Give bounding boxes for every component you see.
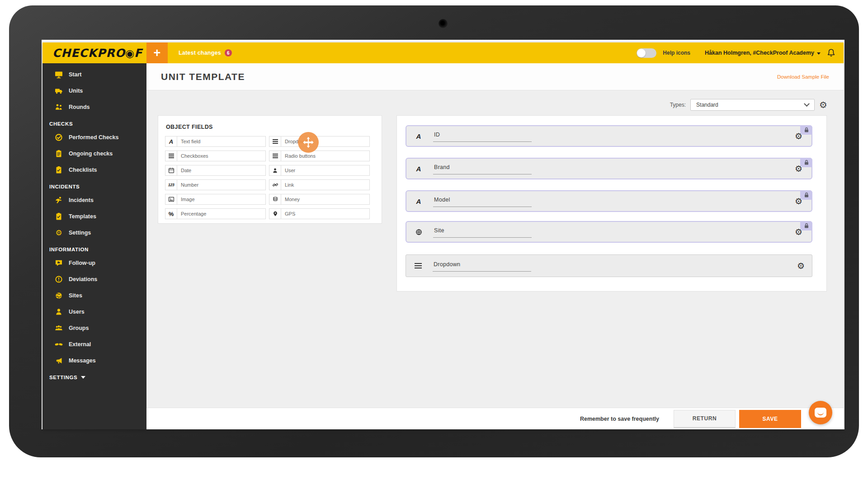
- field-row-model[interactable]: A Model ⚙: [406, 190, 812, 212]
- globe-icon: [54, 292, 64, 300]
- sidebar-item-deviations[interactable]: Deviations: [42, 271, 146, 287]
- field-gear-icon[interactable]: ⚙: [797, 261, 805, 271]
- sidebar-item-follow-up[interactable]: Follow-up: [42, 255, 146, 271]
- field-gear-icon[interactable]: ⚙: [795, 227, 802, 237]
- download-sample-file-link[interactable]: Download Sample File: [777, 74, 829, 80]
- types-gear-icon[interactable]: ⚙: [819, 100, 827, 109]
- chevron-down-icon: [804, 101, 810, 107]
- monitor-screen: CHECKPRO◉F + Latest changes 6 Help icons…: [42, 40, 844, 429]
- save-button[interactable]: SAVE: [739, 410, 801, 428]
- field-gear-icon[interactable]: ⚙: [795, 131, 802, 141]
- field-gear-icon[interactable]: ⚙: [795, 164, 802, 174]
- sidebar-section-checks: CHECKS: [42, 115, 146, 129]
- field-label: ID: [434, 132, 440, 138]
- unit-template-panel: A ID ⚙ A Brand ⚙: [396, 115, 827, 292]
- link-icon: [269, 180, 281, 190]
- calendar-icon: [165, 165, 177, 175]
- types-select[interactable]: Standard: [690, 99, 815, 111]
- object-field-link[interactable]: Link: [269, 179, 370, 190]
- exclamation-circle-icon: [54, 275, 64, 283]
- object-field-dropdown[interactable]: Dropdown: [269, 136, 370, 147]
- plus-icon: +: [154, 46, 161, 60]
- object-field-date[interactable]: Date: [165, 165, 266, 176]
- logo-gear-o-icon: ◉: [125, 47, 134, 59]
- clipboard-check-icon: [54, 212, 64, 221]
- object-field-gps[interactable]: GPS: [269, 208, 370, 219]
- sidebar-item-groups[interactable]: Groups: [42, 320, 146, 336]
- object-fields-title: OBJECT FIELDS: [158, 116, 382, 130]
- gps-pin-icon: [269, 209, 281, 219]
- user-menu[interactable]: Håkan Holmgren, #CheckProof Academy: [705, 50, 821, 56]
- text-icon: A: [165, 136, 177, 146]
- types-label: Types:: [670, 102, 686, 108]
- sidebar-item-start[interactable]: Start: [42, 66, 146, 83]
- sidebar-item-users[interactable]: Users: [42, 304, 146, 320]
- add-button[interactable]: +: [146, 42, 168, 63]
- clipboard-icon: [54, 150, 64, 158]
- types-select-value: Standard: [696, 102, 718, 108]
- sidebar-item-units[interactable]: Units: [42, 83, 146, 99]
- text-icon: A: [414, 132, 424, 140]
- footer-bar: Remember to save frequently RETURN SAVE: [146, 408, 844, 429]
- page-header: UNIT TEMPLATE Download Sample File: [146, 63, 844, 90]
- return-button[interactable]: RETURN: [674, 410, 736, 428]
- logo-block[interactable]: CHECKPRO◉F: [42, 42, 146, 63]
- chat-bubble-icon: [815, 408, 826, 418]
- object-field-text-field[interactable]: A Text field: [165, 136, 266, 147]
- text-icon: A: [414, 165, 424, 173]
- field-row-brand[interactable]: A Brand ⚙: [406, 158, 812, 179]
- globe-icon: [414, 229, 424, 235]
- checkproof-logo: CHECKPRO◉F: [52, 47, 142, 60]
- object-fields-grid: A Text field Dropdown Checkboxes: [165, 136, 376, 219]
- monitor-frame: CHECKPRO◉F + Latest changes 6 Help icons…: [9, 5, 859, 457]
- sidebar-item-sites[interactable]: Sites: [42, 287, 146, 304]
- object-field-money[interactable]: Money: [269, 194, 370, 205]
- field-label: Site: [434, 227, 444, 234]
- latest-changes[interactable]: Latest changes 6: [179, 42, 232, 63]
- clipboard-check-icon: [54, 166, 64, 174]
- field-row-id[interactable]: A ID ⚙: [406, 125, 812, 147]
- latest-changes-label: Latest changes: [179, 50, 221, 56]
- field-gear-icon[interactable]: ⚙: [795, 196, 802, 207]
- chat-thumb-icon: [54, 259, 64, 267]
- help-icons-toggle[interactable]: [637, 48, 656, 58]
- number-123-icon: 123: [165, 180, 177, 190]
- percent-icon: %: [165, 209, 177, 219]
- image-icon: [165, 194, 177, 204]
- money-coins-icon: [269, 194, 281, 204]
- bars-icon: [269, 136, 281, 146]
- sidebar: Start Units Rounds CHECKS Performed Chec…: [42, 63, 146, 429]
- object-field-radio-buttons[interactable]: Radio buttons: [269, 150, 370, 161]
- group-icon: [54, 324, 64, 332]
- text-icon: A: [414, 197, 424, 205]
- page-title: UNIT TEMPLATE: [161, 71, 245, 82]
- sidebar-item-performed-checks[interactable]: Performed Checks: [42, 129, 146, 146]
- object-field-number[interactable]: 123 Number: [165, 179, 266, 190]
- main-content: UNIT TEMPLATE Download Sample File Types…: [146, 63, 844, 429]
- bars-icon: [165, 151, 177, 161]
- drag-move-cursor[interactable]: [298, 132, 319, 153]
- sidebar-item-templates[interactable]: Templates: [42, 208, 146, 225]
- sidebar-item-messages[interactable]: Messages: [42, 353, 146, 369]
- sidebar-item-ongoing-checks[interactable]: Ongoing checks: [42, 146, 146, 162]
- latest-changes-badge: 6: [225, 49, 232, 56]
- object-field-percentage[interactable]: % Percentage: [165, 208, 266, 219]
- sidebar-item-rounds[interactable]: Rounds: [42, 99, 146, 115]
- object-field-user[interactable]: User: [269, 165, 370, 176]
- top-bar: CHECKPRO◉F + Latest changes 6 Help icons…: [42, 42, 844, 63]
- save-reminder-text: Remember to save frequently: [580, 416, 659, 422]
- sidebar-item-incidents[interactable]: Incidents: [42, 192, 146, 208]
- sidebar-item-external[interactable]: External: [42, 336, 146, 353]
- notification-bell-icon[interactable]: [827, 48, 835, 57]
- object-field-image[interactable]: Image: [165, 194, 266, 205]
- field-row-site[interactable]: Site ⚙: [406, 221, 812, 243]
- field-label: Model: [434, 197, 450, 203]
- sidebar-item-checklists[interactable]: Checklists: [42, 162, 146, 178]
- object-field-checkboxes[interactable]: Checkboxes: [165, 150, 266, 161]
- field-row-dropdown[interactable]: Dropdown ⚙: [406, 254, 812, 277]
- chat-widget-button[interactable]: [809, 401, 832, 424]
- person-falling-icon: [54, 196, 64, 204]
- chevron-down-icon: [81, 376, 85, 379]
- sidebar-item-settings[interactable]: ⚙ Settings: [42, 225, 146, 241]
- sidebar-section-settings[interactable]: SETTINGS: [42, 369, 146, 383]
